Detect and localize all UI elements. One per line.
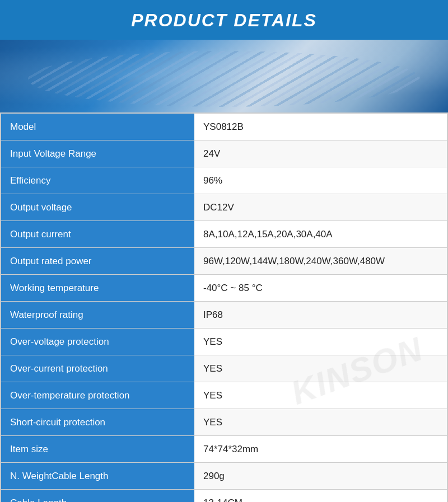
cell-value: 8A,10A,12A,15A,20A,30A,40A [194, 221, 447, 247]
cell-label: Short-circuit protection [1, 409, 194, 435]
cell-value: YES [194, 329, 447, 355]
cell-label: Over-voltage protection [1, 329, 194, 355]
cell-value: 24V [194, 140, 447, 167]
table-row: Output voltageDC12V [1, 194, 447, 221]
table-row: Item size74*74*32mm [1, 436, 447, 463]
cell-label: Input Voltage Range [1, 140, 194, 167]
table-row: Over-temperature protectionYES [1, 382, 447, 409]
cell-label: Output voltage [1, 194, 194, 220]
table-row: Over-voltage protectionYES [1, 329, 447, 355]
cell-value: IP68 [194, 302, 447, 328]
hero-image [0, 40, 448, 112]
cell-label: N. WeightCable Length [1, 463, 194, 489]
table-row: Waterproof ratingIP68 [1, 302, 447, 329]
cell-value: 96W,120W,144W,180W,240W,360W,480W [194, 248, 447, 274]
table-row: Working temperature-40°C ~ 85 °C [1, 275, 447, 302]
cell-value: 74*74*32mm [194, 436, 447, 462]
cell-value: DC12V [194, 194, 447, 220]
table-row: Input Voltage Range 24V [1, 140, 447, 167]
table-row: N. WeightCable Length290g [1, 463, 447, 490]
cell-value: 13-14CM [194, 490, 447, 502]
cell-value: 290g [194, 463, 447, 489]
cell-label: Working temperature [1, 275, 194, 301]
product-details-table: ModelYS0812BInput Voltage Range 24VEffic… [0, 112, 448, 502]
cell-label: Efficiency [1, 167, 194, 194]
cell-value: 96% [194, 167, 447, 194]
cell-value: YES [194, 382, 447, 409]
table-row: Efficiency96% [1, 167, 447, 194]
page-wrapper: PRODUCT DETAILS ModelYS0812BInput Voltag… [0, 0, 448, 502]
cell-label: Waterproof rating [1, 302, 194, 328]
table-row: ModelYS0812B [1, 114, 447, 140]
table-row: Short-circuit protectionYES [1, 409, 447, 436]
cell-label: Output current [1, 221, 194, 247]
table-row: Over-current protectionYES [1, 355, 447, 382]
cell-label: Item size [1, 436, 194, 462]
table-row: Output rated power96W,120W,144W,180W,240… [1, 248, 447, 275]
cell-label: Cable Length [1, 490, 194, 502]
page-title: PRODUCT DETAILS [11, 10, 437, 31]
cell-label: Model [1, 114, 194, 140]
table-row: Output current8A,10A,12A,15A,20A,30A,40A [1, 221, 447, 248]
cell-value: YS0812B [194, 114, 447, 140]
cell-value: YES [194, 355, 447, 382]
cell-label: Over-current protection [1, 355, 194, 382]
cell-label: Output rated power [1, 248, 194, 274]
cell-value: -40°C ~ 85 °C [194, 275, 447, 301]
table-row: Cable Length13-14CM [1, 490, 447, 502]
cell-value: YES [194, 409, 447, 435]
header-section: PRODUCT DETAILS [0, 0, 448, 40]
cell-label: Over-temperature protection [1, 382, 194, 409]
